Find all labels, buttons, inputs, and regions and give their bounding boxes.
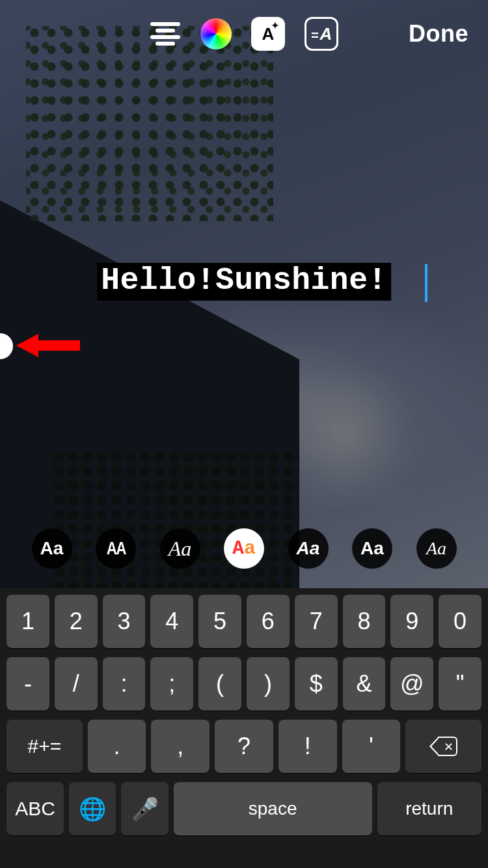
key-slash[interactable]: / bbox=[55, 657, 98, 711]
text-animation-button[interactable]: =A bbox=[305, 17, 338, 51]
keyboard-row-3: #+= . , ? ! ' ✕ bbox=[4, 720, 484, 773]
key-rparen[interactable]: ) bbox=[247, 657, 290, 711]
key-colon[interactable]: : bbox=[103, 657, 146, 711]
key-dollar[interactable]: $ bbox=[295, 657, 338, 711]
font-option-script[interactable]: Aa bbox=[160, 528, 200, 569]
key-lparen[interactable]: ( bbox=[198, 657, 241, 711]
key-apostrophe[interactable]: ' bbox=[342, 720, 401, 773]
key-question[interactable]: ? bbox=[215, 720, 273, 773]
keyboard-row-2: - / : ; ( ) $ & @ " bbox=[4, 657, 484, 711]
keyboard-row-4: ABC 🌐 🎤 space return bbox=[4, 782, 484, 835]
font-option-typewriter[interactable]: Aa bbox=[224, 528, 264, 569]
key-at[interactable]: @ bbox=[390, 657, 433, 711]
key-delete[interactable]: ✕ bbox=[405, 720, 481, 773]
key-exclaim[interactable]: ! bbox=[278, 720, 337, 773]
key-return[interactable]: return bbox=[377, 782, 481, 835]
key-4[interactable]: 4 bbox=[150, 595, 193, 648]
mic-icon: 🎤 bbox=[131, 796, 159, 822]
animation-a-icon: =A bbox=[311, 24, 332, 44]
key-amp[interactable]: & bbox=[343, 657, 386, 711]
key-0[interactable]: 0 bbox=[439, 595, 481, 648]
text-toolbar: A ✦ =A Done bbox=[0, 14, 488, 53]
key-7[interactable]: 7 bbox=[295, 595, 338, 648]
key-1[interactable]: 1 bbox=[7, 595, 49, 648]
text-align-button[interactable] bbox=[150, 18, 181, 49]
key-period[interactable]: . bbox=[88, 720, 146, 773]
annotation-arrow bbox=[16, 334, 80, 357]
story-text-input[interactable]: Hello!Sunshine! bbox=[97, 263, 391, 301]
text-effects-button[interactable]: A ✦ bbox=[251, 17, 285, 51]
key-8[interactable]: 8 bbox=[343, 595, 386, 648]
align-center-icon bbox=[150, 22, 180, 46]
globe-icon: 🌐 bbox=[79, 796, 106, 822]
key-5[interactable]: 5 bbox=[198, 595, 241, 648]
key-dash[interactable]: - bbox=[7, 657, 49, 711]
key-comma[interactable]: , bbox=[151, 720, 210, 773]
font-option-bold-italic[interactable]: Aa bbox=[288, 528, 329, 569]
font-style-selector: Aa AA Aa Aa Aa Aa Aa bbox=[0, 528, 488, 569]
sparkle-icon: ✦ bbox=[271, 20, 279, 31]
font-option-condensed[interactable]: AA bbox=[96, 528, 136, 569]
key-2[interactable]: 2 bbox=[55, 595, 98, 648]
key-9[interactable]: 9 bbox=[390, 595, 433, 648]
key-space[interactable]: space bbox=[174, 782, 372, 835]
ios-keyboard: 1 2 3 4 5 6 7 8 9 0 - / : ; ( ) $ & @ " … bbox=[0, 588, 488, 868]
font-option-serif-italic[interactable]: Aa bbox=[416, 528, 457, 569]
key-symbols-shift[interactable]: #+= bbox=[7, 720, 83, 773]
color-picker-button[interactable] bbox=[200, 18, 232, 49]
key-globe[interactable]: 🌐 bbox=[69, 782, 116, 835]
key-semicolon[interactable]: ; bbox=[150, 657, 193, 711]
key-6[interactable]: 6 bbox=[247, 595, 290, 648]
key-dictation[interactable]: 🎤 bbox=[121, 782, 168, 835]
key-quote[interactable]: " bbox=[439, 657, 481, 711]
delete-icon: ✕ bbox=[430, 737, 457, 756]
done-button[interactable]: Done bbox=[409, 20, 468, 47]
key-3[interactable]: 3 bbox=[103, 595, 146, 648]
story-text-editor-screen: A ✦ =A Done Hello!Sunshine! Aa AA Aa Aa … bbox=[0, 0, 488, 868]
effects-a-icon: A ✦ bbox=[262, 24, 275, 44]
font-option-rounded[interactable]: Aa bbox=[352, 528, 392, 569]
text-cursor bbox=[425, 264, 427, 302]
color-wheel-icon bbox=[200, 18, 232, 49]
key-abc[interactable]: ABC bbox=[7, 782, 64, 835]
keyboard-row-1: 1 2 3 4 5 6 7 8 9 0 bbox=[4, 595, 484, 648]
font-option-classic[interactable]: Aa bbox=[32, 528, 72, 569]
